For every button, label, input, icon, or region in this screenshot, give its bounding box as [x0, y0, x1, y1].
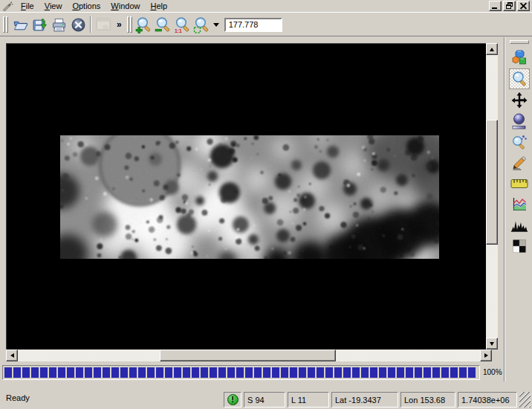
minimize-icon — [492, 7, 497, 9]
progress-bar — [2, 365, 480, 380]
svg-text:1:1: 1:1 — [175, 28, 182, 33]
status-panels: ! S 94 L 11 Lat -19.3437 Lon 153.68 1.74… — [224, 392, 531, 408]
statistics-tool-button[interactable] — [509, 236, 530, 256]
statistics-icon — [512, 239, 527, 254]
menu-window[interactable]: Window — [106, 1, 145, 12]
sample-value: S 94 — [247, 396, 265, 405]
app-icon — [1, 1, 13, 12]
application-window: File View Options Window Help — [0, 0, 532, 409]
cube-image[interactable] — [60, 135, 439, 259]
menu-help[interactable]: Help — [145, 1, 172, 12]
image-viewport[interactable] — [6, 43, 486, 350]
toolbar-grip[interactable] — [3, 16, 9, 33]
find-tool-button[interactable] — [509, 132, 530, 152]
up-arrow-icon — [490, 48, 494, 51]
dn-value: 1.74038e+06 — [461, 396, 510, 405]
status-bar: Ready ! S 94 L 11 Lat -19.3437 Lon 153.6… — [0, 382, 532, 409]
open-button[interactable] — [10, 15, 30, 34]
zoom-tool-button[interactable] — [509, 68, 530, 89]
band-cubes-icon — [511, 49, 528, 65]
zoom-tool-icon — [511, 71, 528, 87]
minimize-button[interactable] — [489, 1, 502, 11]
progress-percent-label: 100% — [483, 368, 502, 376]
zoom-in-icon — [135, 16, 152, 33]
toolbar-overflow-chevron[interactable]: » — [113, 19, 126, 30]
vscroll-thumb[interactable] — [486, 120, 498, 245]
status-sample-panel: S 94 — [244, 392, 285, 408]
status-lon-panel: Lon 153.68 — [400, 392, 455, 408]
print-icon — [51, 17, 67, 33]
window-controls — [489, 1, 532, 11]
link-window-button-disabled[interactable] — [94, 15, 113, 34]
resize-grip[interactable] — [519, 392, 531, 408]
ruler-icon — [510, 177, 528, 190]
hscroll-thumb[interactable] — [160, 350, 336, 361]
zoom-dropdown-button[interactable] — [212, 15, 221, 34]
print-button[interactable] — [49, 15, 68, 34]
status-line-panel: L 11 — [288, 392, 329, 408]
menu-view[interactable]: View — [39, 1, 68, 12]
stretch-sphere-icon — [511, 112, 528, 130]
edit-tool-button[interactable] — [509, 153, 530, 173]
histogram-icon — [510, 219, 528, 232]
zoom-fit-button[interactable] — [192, 15, 212, 34]
down-arrow-icon — [490, 342, 494, 346]
save-button[interactable] — [30, 15, 49, 34]
status-dn-panel: 1.74038e+06 — [458, 392, 517, 408]
menu-bar: File View Options Window Help — [0, 0, 532, 13]
save-icon — [32, 17, 48, 33]
zoom-out-button[interactable] — [154, 15, 173, 34]
zoom-toolbar-grip[interactable] — [127, 16, 133, 33]
zoom-out-icon — [155, 16, 172, 33]
alert-icon: ! — [227, 394, 239, 405]
left-arrow-icon — [10, 353, 14, 358]
stop-icon — [71, 17, 86, 33]
window-icon — [95, 17, 111, 32]
histogram-tool-button[interactable] — [509, 216, 530, 235]
scroll-left-button[interactable] — [6, 350, 18, 361]
stop-button[interactable] — [68, 15, 88, 34]
lat-value: Lat -19.3437 — [335, 396, 381, 405]
status-message: Ready — [6, 393, 30, 402]
menu-options[interactable]: Options — [67, 1, 106, 12]
tool-palette-grip[interactable] — [510, 40, 529, 44]
tool-palette — [508, 39, 531, 257]
lon-value: Lon 153.68 — [404, 396, 445, 405]
status-lat-panel: Lat -19.3437 — [331, 392, 398, 408]
restore-button[interactable] — [503, 1, 516, 11]
tool-panel-divider — [504, 37, 505, 381]
zoom-fit-icon — [193, 16, 210, 33]
status-alert-panel[interactable]: ! — [224, 392, 241, 408]
scroll-down-button[interactable] — [486, 338, 498, 350]
measure-tool-button[interactable] — [509, 174, 530, 193]
right-arrow-icon — [484, 353, 488, 358]
band-selection-tool-button[interactable] — [509, 48, 530, 67]
pan-tool-button[interactable] — [509, 91, 530, 110]
pencil-icon — [511, 155, 528, 171]
scroll-right-button[interactable] — [480, 350, 492, 361]
horizontal-scrollbar[interactable] — [6, 350, 492, 361]
plot-tool-button[interactable] — [509, 195, 530, 214]
zoom-actual-icon: 1:1 — [174, 16, 191, 33]
toolbar-separator — [90, 16, 91, 33]
zoom-in-button[interactable] — [134, 15, 154, 34]
find-icon — [511, 134, 528, 150]
workspace — [0, 36, 532, 363]
zoom-actual-button[interactable]: 1:1 — [173, 15, 192, 34]
zoom-level-input[interactable] — [224, 18, 282, 32]
line-value: L 11 — [291, 396, 306, 405]
spectral-plot-icon — [511, 196, 528, 213]
pan-arrows-icon — [510, 91, 528, 109]
stretch-tool-button[interactable] — [509, 112, 530, 131]
main-toolbar: » 1:1 — [0, 13, 532, 36]
dropdown-arrow-icon — [213, 23, 219, 27]
scroll-up-button[interactable] — [486, 43, 498, 55]
close-button[interactable] — [517, 1, 530, 11]
progress-row: 100% — [0, 363, 532, 382]
open-folder-icon — [13, 17, 28, 33]
vertical-scrollbar[interactable] — [486, 43, 498, 350]
menu-file[interactable]: File — [16, 1, 39, 12]
